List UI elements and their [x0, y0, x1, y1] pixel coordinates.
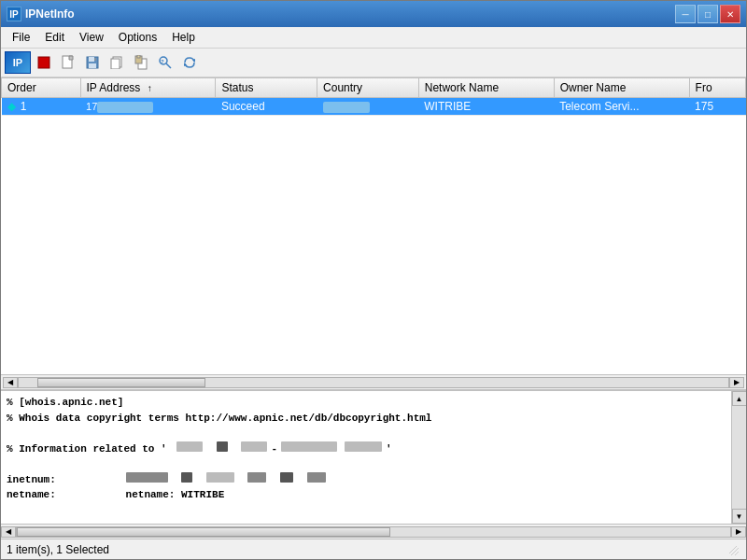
output-line-2: % Whois data copyright terms http://www.…: [7, 411, 726, 427]
main-window: IP IPNetInfo ─ □ ✕ File Edit View Option…: [0, 0, 747, 560]
hscroll-right-arrow[interactable]: ▶: [729, 377, 744, 388]
stop-button[interactable]: [33, 51, 55, 74]
output-hscrollbar[interactable]: ◀ ▶: [1, 524, 746, 539]
output-line-5: [7, 456, 726, 472]
output-line-1: % [whois.apnic.net]: [7, 395, 726, 411]
vscrollbar-track[interactable]: [732, 406, 747, 509]
col-network-name[interactable]: Network Name: [418, 78, 554, 98]
close-button[interactable]: ✕: [720, 5, 740, 23]
new-document-button[interactable]: [57, 51, 79, 74]
vscroll-up-arrow[interactable]: ▲: [732, 391, 747, 406]
lookup-icon: ?: [158, 55, 173, 70]
hscrollbar-track[interactable]: [18, 377, 729, 388]
refresh-button[interactable]: [178, 51, 201, 74]
svg-marker-2: [69, 56, 73, 60]
paste-button[interactable]: [130, 51, 152, 74]
output-blur-5: [345, 441, 382, 452]
col-ip-address[interactable]: IP Address ↑: [80, 78, 216, 98]
svg-line-19: [735, 552, 739, 555]
cell-network: WITRIBE: [418, 98, 554, 116]
output-panel: % [whois.apnic.net] % Whois data copyrig…: [1, 389, 746, 539]
cell-ip: 17: [80, 98, 216, 116]
output-hscroll-left[interactable]: ◀: [1, 526, 16, 538]
cell-owner: Telecom Servi...: [554, 98, 689, 116]
paste-icon: [134, 55, 148, 70]
svg-line-18: [731, 548, 739, 555]
cell-country: [317, 98, 419, 116]
cell-status: Succeed: [216, 98, 317, 116]
svg-text:?: ?: [161, 59, 164, 64]
window-title: IPNetInfo: [25, 7, 75, 21]
country-blur-block: [323, 102, 370, 113]
table-hscrollbar[interactable]: ◀ ▶: [1, 374, 746, 389]
menu-view[interactable]: View: [72, 29, 111, 46]
svg-rect-0: [38, 57, 49, 68]
results-table: Order IP Address ↑ Status Country: [1, 77, 746, 116]
menu-options[interactable]: Options: [111, 29, 164, 46]
output-blur-2: [217, 441, 228, 452]
output-blur-7: [181, 472, 192, 483]
output-blur-3: [241, 441, 267, 452]
row-status-icon: ◆: [7, 100, 16, 113]
toolbar: IP: [1, 49, 746, 77]
output-blur-6: [126, 472, 168, 483]
output-blur-10: [280, 472, 293, 483]
table-header-row: Order IP Address ↑ Status Country: [2, 78, 746, 98]
svg-rect-11: [137, 55, 140, 58]
ip-toolbar-button[interactable]: IP: [5, 51, 31, 74]
maximize-button[interactable]: □: [698, 5, 718, 23]
output-blur-1: [176, 441, 203, 452]
copy-icon: [110, 56, 123, 69]
resize-grip-icon: [726, 542, 740, 557]
col-owner-name[interactable]: Owner Name: [554, 78, 689, 98]
menu-help[interactable]: Help: [164, 29, 203, 46]
title-bar-left: IP IPNetInfo: [7, 7, 75, 21]
svg-rect-6: [94, 58, 96, 61]
app-icon: IP: [7, 7, 21, 21]
output-blur-9: [247, 472, 266, 483]
copy-button[interactable]: [106, 51, 128, 74]
output-vscrollbar[interactable]: ▲ ▼: [731, 391, 746, 524]
output-hscroll-right[interactable]: ▶: [731, 526, 746, 538]
new-doc-icon: [62, 55, 75, 70]
menu-edit[interactable]: Edit: [37, 29, 72, 46]
title-controls: ─ □ ✕: [675, 5, 740, 23]
svg-rect-4: [89, 57, 94, 62]
output-line-7: netname: netname: WITRIBE: [7, 487, 726, 503]
output-blur-11: [307, 472, 326, 483]
minimize-button[interactable]: ─: [675, 5, 696, 23]
table-container[interactable]: Order IP Address ↑ Status Country: [1, 77, 746, 374]
stop-icon: [37, 56, 50, 69]
save-button[interactable]: [81, 51, 104, 74]
col-from[interactable]: Fro: [689, 78, 745, 98]
menu-file[interactable]: File: [5, 29, 37, 46]
output-hscrollbar-thumb[interactable]: [17, 527, 390, 537]
hscroll-left-arrow[interactable]: ◀: [3, 377, 18, 388]
refresh-icon: [182, 55, 197, 70]
output-blur-8: [206, 472, 234, 483]
hscrollbar-thumb[interactable]: [37, 378, 205, 387]
col-order[interactable]: Order: [2, 78, 81, 98]
cell-order: ◆ 1: [2, 98, 81, 116]
output-text-area: % [whois.apnic.net] % Whois data copyrig…: [1, 391, 731, 524]
output-line-6: inetnum:: [7, 472, 726, 488]
ip-blur-block: [97, 102, 153, 113]
svg-line-13: [166, 63, 171, 68]
vscroll-down-arrow[interactable]: ▼: [732, 509, 747, 524]
output-hscrollbar-track[interactable]: [16, 526, 731, 538]
col-country[interactable]: Country: [317, 78, 419, 98]
svg-line-17: [729, 546, 737, 553]
main-area: Order IP Address ↑ Status Country: [1, 77, 746, 389]
sort-icon: ↑: [148, 83, 152, 93]
cell-from: 175: [689, 98, 745, 116]
title-bar: IP IPNetInfo ─ □ ✕: [1, 1, 746, 27]
col-status[interactable]: Status: [216, 78, 317, 98]
status-bar: 1 item(s), 1 Selected: [1, 539, 746, 559]
output-blur-4: [281, 441, 337, 452]
output-content: % [whois.apnic.net] % Whois data copyrig…: [1, 391, 731, 507]
table-row[interactable]: ◆ 1 17 Succeed WITRIBE: [2, 98, 746, 116]
svg-rect-8: [111, 59, 120, 69]
menu-bar: File Edit View Options Help: [1, 27, 746, 49]
output-line-4: % Information related to ' - ': [7, 441, 726, 457]
lookup-button[interactable]: ?: [154, 51, 176, 74]
